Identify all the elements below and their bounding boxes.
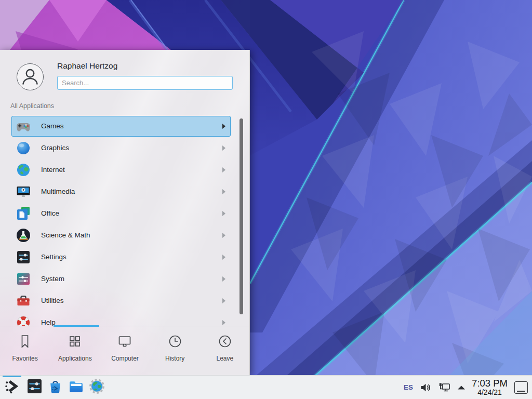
app-category-system[interactable]: System xyxy=(0,268,250,290)
launcher-header: Raphael Hertzog xyxy=(0,50,250,97)
monitor-play-icon xyxy=(16,184,31,199)
submenu-arrow-icon xyxy=(222,189,225,194)
app-category-internet[interactable]: Internet xyxy=(0,159,250,181)
discover-bag-icon xyxy=(47,378,63,396)
expand-tray-caret-icon[interactable] xyxy=(458,385,465,390)
launcher-open-indicator xyxy=(3,376,21,377)
application-launcher-button[interactable] xyxy=(0,376,24,399)
konqueror-browser-launcher[interactable] xyxy=(86,376,107,399)
taskbar-launchers xyxy=(0,376,107,399)
tab-favorites[interactable]: Favorites xyxy=(0,326,50,375)
globe-gear-icon xyxy=(89,378,105,396)
app-category-science-math[interactable]: Science & Math xyxy=(0,224,250,246)
app-category-games[interactable]: Games xyxy=(0,115,250,137)
show-desktop-button[interactable] xyxy=(514,381,528,394)
app-category-multimedia[interactable]: Multimedia xyxy=(0,181,250,203)
flask-icon xyxy=(16,228,31,243)
section-label: All Applications xyxy=(10,102,54,110)
app-category-help[interactable]: Help xyxy=(0,312,250,326)
tab-history[interactable]: History xyxy=(150,326,200,375)
application-launcher-menu: Raphael Hertzog All Applications Games xyxy=(0,50,250,375)
app-category-utilities[interactable]: Utilities xyxy=(0,290,250,312)
clock-icon xyxy=(167,334,183,351)
system-tray: ES 7:03 PM 4/24/21 xyxy=(404,376,532,399)
app-category-settings[interactable]: Settings xyxy=(0,246,250,268)
tab-computer[interactable]: Computer xyxy=(100,326,150,375)
submenu-arrow-icon xyxy=(222,233,225,238)
settings-sliders-icon xyxy=(26,378,43,396)
bookmark-icon xyxy=(17,334,33,351)
sphere-icon xyxy=(16,141,31,155)
discover-software-center-launcher[interactable] xyxy=(45,376,65,399)
submenu-arrow-icon xyxy=(222,124,225,129)
system-settings-launcher[interactable] xyxy=(24,376,45,399)
submenu-arrow-icon xyxy=(222,211,225,216)
folder-icon xyxy=(68,378,84,396)
lifebuoy-icon xyxy=(16,315,31,326)
dolphin-file-manager-launcher[interactable] xyxy=(65,376,86,399)
submenu-arrow-icon xyxy=(222,298,225,303)
grid-icon xyxy=(67,334,83,351)
app-category-graphics[interactable]: Graphics xyxy=(0,137,250,159)
app-category-office[interactable]: Office xyxy=(0,203,250,224)
toolbox-icon xyxy=(16,294,31,308)
application-category-list: Games Graphics Internet xyxy=(0,115,250,326)
clock-date: 4/24/21 xyxy=(472,389,508,396)
launcher-tab-bar: Favorites Applications Computer History … xyxy=(0,326,250,375)
submenu-arrow-icon xyxy=(222,255,225,260)
submenu-arrow-icon xyxy=(222,276,225,282)
user-avatar[interactable] xyxy=(17,63,44,90)
tab-applications[interactable]: Applications xyxy=(50,326,100,375)
sliders-dark-icon xyxy=(16,250,31,264)
keyboard-layout-indicator[interactable]: ES xyxy=(404,383,413,391)
submenu-arrow-icon xyxy=(222,320,225,325)
logout-chevron-icon xyxy=(217,334,233,351)
tab-leave[interactable]: Leave xyxy=(200,326,250,375)
sliders-gradient-icon xyxy=(16,272,31,286)
submenu-arrow-icon xyxy=(222,145,225,151)
active-tab-indicator xyxy=(54,325,99,327)
taskbar-panel: ES 7:03 PM 4/24/21 xyxy=(0,375,532,399)
scrollbar-thumb[interactable] xyxy=(240,118,243,314)
submenu-arrow-icon xyxy=(222,167,225,172)
globe-icon xyxy=(16,163,31,177)
clock-time: 7:03 PM xyxy=(472,378,508,388)
volume-icon[interactable] xyxy=(420,382,431,393)
document-icon xyxy=(16,206,31,221)
computer-icon xyxy=(117,334,132,351)
kickoff-icon xyxy=(4,378,20,396)
digital-clock[interactable]: 7:03 PM 4/24/21 xyxy=(472,378,508,396)
gamepad-icon xyxy=(16,119,31,134)
search-input[interactable] xyxy=(57,76,233,90)
network-icon[interactable] xyxy=(438,382,451,393)
user-name: Raphael Hertzog xyxy=(57,61,117,71)
